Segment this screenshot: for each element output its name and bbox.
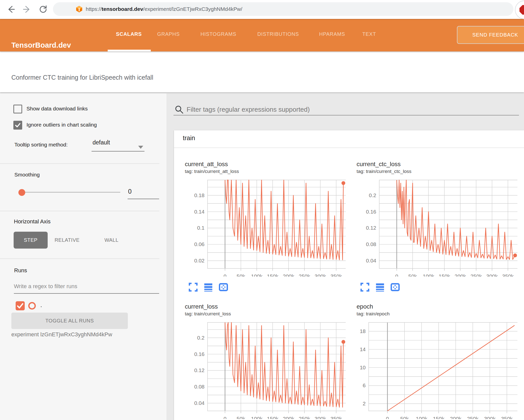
charts-grid: current_att_losstag: train/current_att_l… [174,148,520,420]
x-tick-label: 200k [283,273,295,277]
y-tick-label: 0.1 [197,225,205,231]
tag-group-card: train current_att_losstag: train/current… [174,130,524,420]
x-tick-label: 250k [467,416,479,419]
tooltip-sorting-label: Tooltip sorting method: [14,142,68,148]
check-icon [14,122,21,129]
x-tick-label: 100k [251,273,263,277]
run-color-swatch[interactable] [28,302,36,310]
forward-icon[interactable] [22,5,32,14]
filter-underline [173,115,519,115]
tooltip-sorting-select[interactable]: default [93,139,110,146]
filter-tags-field[interactable]: Filter tags (regular expressions support… [174,104,522,115]
chart-title: current_att_loss [185,161,346,168]
y-tick-label: 0.04 [194,400,205,406]
chart-plot-current_att_loss[interactable]: 0.020.060.10.140.18050k100k150k200k250k3… [174,176,346,277]
runs-filter-input[interactable]: Write a regex to filter runs [14,283,77,290]
x-tick-label: 300k [315,273,326,277]
y-tick-label: 0.14 [194,209,205,215]
profile-badge-icon [518,4,524,16]
fit-domain-icon[interactable] [391,283,400,292]
x-tick-label: 250k [299,273,310,277]
smoothing-value[interactable]: 0 [128,188,132,195]
browser-chrome: https://tensorboard.dev/experiment/lzGnE… [0,0,524,19]
x-tick-label: 200k [450,416,461,419]
x-tick-label: 350k [331,416,342,419]
x-tick-label: 300k [484,416,496,419]
y-tick-label: 0.16 [366,209,376,215]
axis-wall-button[interactable]: WALL [96,232,127,249]
back-icon[interactable] [6,5,16,14]
runs-input-underline [14,293,159,294]
filter-tags-placeholder: Filter tags (regular expressions support… [187,106,310,113]
select-underline [92,151,144,152]
x-tick-label: 200k [455,273,466,277]
smoothing-slider-knob[interactable] [18,189,25,196]
search-icon [174,105,184,114]
y-tick-label: 0.2 [197,335,205,341]
chart-plot-current_ctc_loss[interactable]: 0.040.080.120.160.2050k100k150k200k250k3… [346,176,517,277]
chart-toolbar [360,283,517,292]
chart-cell-current_att_loss: current_att_losstag: train/current_att_l… [174,148,346,292]
divider [0,163,159,164]
log-scale-icon[interactable] [375,283,385,292]
tag-group-title[interactable]: train [174,130,524,148]
y-tick-label: 18 [360,328,366,334]
ignore-outliers-checkbox[interactable] [13,121,22,130]
x-tick-label: 150k [267,416,279,419]
fullscreen-icon[interactable] [189,283,198,292]
toggle-all-runs-button[interactable]: TOGGLE ALL RUNS [11,313,128,329]
y-tick-label: 0.12 [194,367,205,373]
final-value-dot[interactable] [341,340,345,344]
show-download-links-checkbox[interactable] [13,105,22,113]
x-tick-label: 150k [267,273,279,277]
url-bar[interactable]: https://tensorboard.dev/experiment/lzGnE… [53,2,513,16]
y-tick-label: 0.16 [194,351,205,357]
smoothing-value-underline [128,199,159,199]
x-tick-label: 350k [501,416,513,419]
tab-distributions[interactable]: DISTRIBUTIONS [257,31,299,37]
tab-scalars[interactable]: SCALARS [116,31,142,37]
series-line-epoch [387,325,514,411]
y-tick-label: 2 [363,401,366,406]
final-value-dot[interactable] [513,254,517,257]
tab-text[interactable]: TEXT [362,31,376,37]
x-tick-label: 350k [331,273,342,277]
y-tick-label: 0.08 [366,241,376,247]
x-tick-label: 0 [386,416,389,419]
run-name: . [40,302,42,309]
y-tick-label: 0.04 [366,258,376,263]
log-scale-icon[interactable] [204,283,213,292]
active-tab-underline [108,50,151,51]
chart-plot-epoch[interactable]: 26101418050k100k150k200k250k300k350k [346,318,517,419]
send-feedback-button[interactable]: SEND FEEDBACK [457,26,524,44]
chart-tag: tag: train/current_ctc_loss [357,168,517,174]
avatar[interactable] [515,1,524,19]
horizontal-axis-label: Horizontal Axis [14,218,51,225]
smoothing-slider-track[interactable] [24,192,120,193]
experiment-id-label: experiment lzGnETjwRxC3yghNMd4kPw [11,331,112,338]
final-value-dot[interactable] [341,181,345,185]
run-checkbox[interactable] [16,301,25,310]
divider [0,211,159,211]
axis-relative-button[interactable]: RELATIVE [49,232,85,249]
x-tick-label: 150k [439,273,450,277]
chart-tag: tag: train/epoch [357,311,517,317]
chart-cell-epoch: epochtag: train/epoch26101418050k100k150… [346,292,517,420]
tab-graphs[interactable]: GRAPHS [157,31,180,37]
fit-domain-icon[interactable] [219,283,228,292]
x-tick-label: 300k [315,416,326,419]
y-tick-label: 6 [363,382,366,388]
y-tick-label: 0.18 [194,192,205,198]
tab-histograms[interactable]: HISTOGRAMS [200,31,236,37]
fullscreen-icon[interactable] [360,283,369,292]
chart-tag: tag: train/current_loss [185,311,346,317]
tensorboard-favicon [76,6,83,13]
y-tick-label: 0.08 [194,384,205,389]
chevron-down-icon[interactable] [138,146,143,149]
tab-hparams[interactable]: HPARAMS [319,31,345,37]
x-tick-label: 50k [400,416,409,419]
chart-plot-current_loss[interactable]: 0.040.080.120.160.2050k100k150k200k250k3… [174,318,346,419]
divider [0,258,159,259]
refresh-icon[interactable] [38,5,48,14]
axis-step-button[interactable]: STEP [14,232,48,249]
